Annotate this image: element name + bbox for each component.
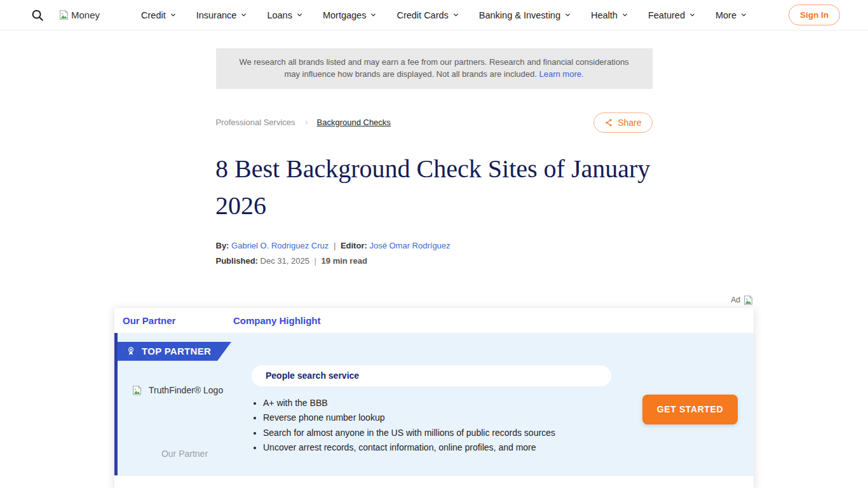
sign-in-button[interactable]: Sign In [789, 4, 840, 25]
our-partner-caption: Our Partner [118, 449, 252, 459]
list-item: Uncover arrest records, contact informat… [263, 442, 627, 452]
chevron-down-icon [740, 11, 747, 18]
chevron-down-icon [621, 11, 628, 18]
published-label: Published: [216, 256, 258, 266]
nav-item-label: Mortgages [323, 10, 367, 20]
nav-item-label: More [715, 10, 736, 20]
byline-separator: | [331, 241, 338, 250]
main-content: We research all brands listed and may ea… [0, 30, 868, 488]
chevron-down-icon [452, 11, 459, 18]
chevron-down-icon [170, 11, 177, 18]
chevron-down-icon [370, 11, 377, 18]
broken-image-icon [132, 385, 142, 396]
main-menu: Credit Insurance Loans Mortgages Credit … [100, 10, 789, 20]
editor-link[interactable]: José Omar Rodríguez [369, 241, 450, 250]
broken-image-icon [58, 10, 69, 20]
share-label: Share [618, 118, 641, 128]
nav-item-banking-investing[interactable]: Banking & Investing [479, 10, 571, 20]
list-item: A+ with the BBB [263, 398, 627, 408]
by-label: By: [216, 241, 229, 250]
read-time: 19 min read [322, 256, 367, 266]
table-header: Our Partner Company Highlight [114, 308, 754, 333]
list-item: Reverse phone number lookup [263, 412, 627, 423]
nav-item-label: Credit Cards [397, 10, 448, 20]
nav-item-label: Insurance [196, 10, 237, 20]
nav-item-label: Credit [141, 10, 166, 20]
published-separator: | [312, 256, 319, 266]
table-row: TOP PARTNER TruthFinder® Logo Our Partne… [114, 333, 754, 475]
ad-label: Ad [731, 295, 740, 304]
next-table-row-partial [114, 475, 754, 488]
breadcrumb-parent-link[interactable]: Professional Services [216, 118, 295, 127]
chevron-down-icon [689, 11, 696, 18]
top-navigation: Money Credit Insurance Loans Mortgages C… [0, 0, 868, 30]
published-date: Dec 31, 2025 [261, 256, 309, 266]
nav-item-label: Health [591, 10, 618, 20]
nav-item-mortgages[interactable]: Mortgages [323, 10, 377, 20]
search-icon[interactable] [31, 8, 44, 22]
learn-more-link[interactable]: Learn more. [539, 69, 583, 79]
nav-item-insurance[interactable]: Insurance [196, 10, 248, 20]
share-icon [604, 118, 613, 127]
nav-item-label: Featured [648, 10, 685, 20]
cta-cell: GET STARTED [627, 333, 754, 475]
page: Money Credit Insurance Loans Mortgages C… [0, 0, 868, 488]
nav-item-health[interactable]: Health [591, 10, 628, 20]
breadcrumb-current-link[interactable]: Background Checks [317, 118, 391, 127]
breadcrumb: Professional Services Background Checks [216, 118, 391, 127]
top-partner-label: TOP PARTNER [142, 346, 211, 356]
money-logo[interactable]: Money [58, 10, 100, 20]
published-line: Published: Dec 31, 2025 | 19 min read [216, 256, 653, 266]
breadcrumb-row: Professional Services Background Checks … [216, 112, 653, 133]
column-header-our-partner: Our Partner [123, 315, 233, 326]
byline: By: Gabriel O. Rodriguez Cruz | Editor: … [216, 241, 653, 250]
advertiser-disclosure: We research all brands listed and may ea… [216, 48, 653, 89]
company-highlight-cell: People search service A+ with the BBB Re… [252, 333, 627, 475]
get-started-button[interactable]: GET STARTED [642, 395, 738, 424]
chevron-right-icon [303, 119, 309, 126]
ribbon-award-icon [126, 346, 136, 356]
nav-item-credit[interactable]: Credit [141, 10, 177, 20]
money-logo-alt-text: Money [71, 10, 100, 20]
ad-label-row: Ad [114, 295, 754, 306]
chevron-down-icon [296, 11, 303, 18]
highlight-pill: People search service [252, 365, 611, 386]
share-button[interactable]: Share [593, 112, 652, 133]
page-title: 8 Best Background Check Sites of January… [215, 151, 660, 224]
chevron-down-icon [564, 11, 571, 18]
nav-item-label: Loans [267, 10, 292, 20]
partner-comparison-table: Our Partner Company Highlight TOP PARTNE… [114, 308, 754, 488]
truthfinder-logo[interactable]: TruthFinder® Logo [132, 385, 252, 396]
truthfinder-logo-alt-text: TruthFinder® Logo [149, 385, 223, 395]
chevron-down-icon [240, 11, 247, 18]
nav-item-credit-cards[interactable]: Credit Cards [397, 10, 459, 20]
list-item: Search for almost anyone in the US with … [263, 428, 627, 438]
nav-item-featured[interactable]: Featured [648, 10, 696, 20]
nav-item-more[interactable]: More [715, 10, 747, 20]
top-partner-badge: TOP PARTNER [118, 342, 231, 361]
nav-item-label: Banking & Investing [479, 10, 560, 20]
column-header-company-highlight: Company Highlight [233, 315, 321, 326]
broken-image-icon [743, 295, 754, 306]
editor-label: Editor: [341, 241, 367, 250]
nav-item-loans[interactable]: Loans [267, 10, 303, 20]
highlight-bullet-list: A+ with the BBB Reverse phone number loo… [253, 398, 627, 453]
author-link[interactable]: Gabriel O. Rodriguez Cruz [231, 241, 329, 250]
